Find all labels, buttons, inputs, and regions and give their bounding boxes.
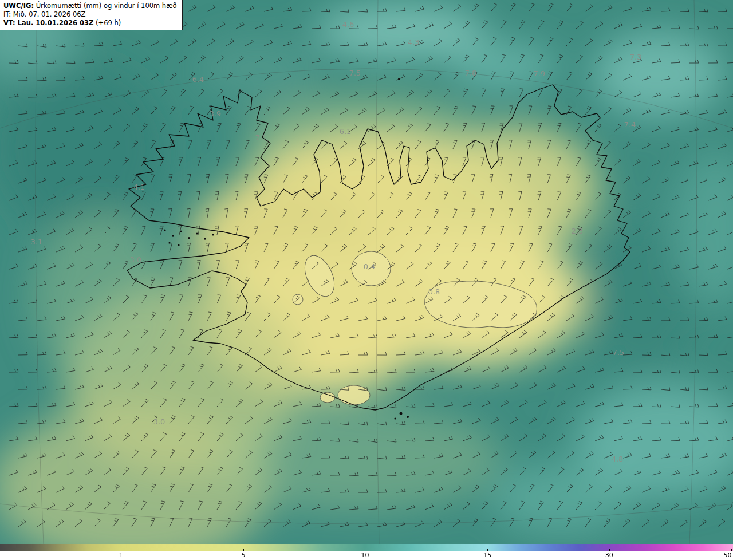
colorbar-tick-label: 30 [605,551,613,559]
value-label: 7.4 [624,120,636,129]
value-label: 3.0 [130,255,142,264]
colorbar-tick-label: 15 [483,551,491,559]
colorbar-gradient [0,544,733,551]
value-label: 4.3 [408,38,420,46]
value-label: 2.3 [572,227,584,235]
lead-time-text: (+69 h) [93,19,121,27]
value-label: 4.8 [612,455,624,463]
model-id-label: UWC/IG: [3,2,34,10]
value-label: 4.1 [133,183,145,191]
colorbar-tick-label: 50 [723,551,731,559]
colorbar-tick-label: 10 [361,551,369,559]
colorbar-tick-label: 5 [241,551,245,559]
value-label: 3.9 [210,109,222,118]
map-title-text: Úrkomumætti (mm) og vindur í 100m hæð [34,2,177,10]
value-label: 3.0 [153,417,165,426]
value-label: 0.4 [364,262,376,271]
value-label: 7.9 [534,69,546,78]
value-label: 7.8 [465,69,477,77]
map-title-box: UWC/IG: Úrkomumætti (mm) og vindur í 100… [0,0,183,30]
valid-time-text: VT: Lau. 10.01.2026 03Z [3,19,93,27]
valid-time-line: VT: Lau. 10.01.2026 03Z (+69 h) [3,19,177,27]
colorbar-tick-label: 1 [119,551,123,559]
value-label: 7.5 [349,69,361,77]
value-label: 3.1 [31,238,43,246]
value-label: 7.1 [255,133,267,142]
value-label: 6.1 [340,127,352,136]
weather-map-stage: 4.64.37.36.47.57.87.93.97.16.17.44.12.33… [0,0,733,560]
value-label: 7.5 [613,348,625,357]
weather-map: 4.64.37.36.47.57.87.93.97.16.17.44.12.33… [0,0,733,544]
value-label: 7.3 [630,53,642,61]
value-label: 6.4 [192,75,204,84]
map-title-line: UWC/IG: Úrkomumætti (mm) og vindur í 100… [3,2,177,10]
colorbar: 1510153050 [0,544,733,560]
init-time-line: IT: Mið. 07. 01. 2026 06Z [3,10,177,19]
value-label: 0.8 [428,287,440,296]
colorbar-labels: 1510153050 [0,551,733,560]
value-label: 4.6 [342,20,354,29]
